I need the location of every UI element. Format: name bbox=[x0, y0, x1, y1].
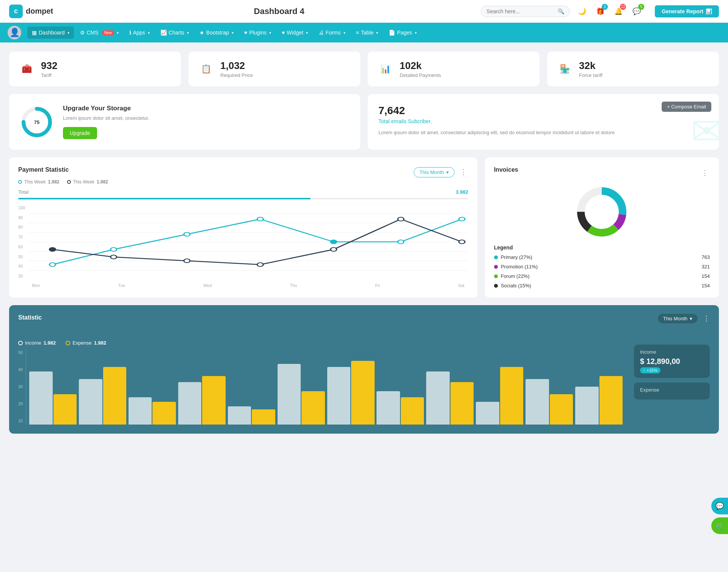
inv-legend-forum: Forum (22%) 154 bbox=[494, 273, 710, 279]
income-circle bbox=[18, 341, 23, 345]
this-month-label: This Month bbox=[419, 169, 444, 175]
bar-group bbox=[228, 406, 275, 425]
inv-legend: Primary (27%) 763 Promotion (11%) 321 Fo… bbox=[494, 254, 710, 288]
main-content: 🧰 932 Tariff 📋 1,032 Required Price 📊 10… bbox=[0, 42, 728, 443]
nav-item-charts[interactable]: 📈 Charts ▾ bbox=[156, 27, 193, 39]
stat-card-detailed-payments: 📊 102k Detailed Payments bbox=[368, 52, 540, 86]
total-label: Total bbox=[18, 189, 28, 195]
bar-chart-icon: 📊 bbox=[706, 8, 712, 14]
table-nav-label: Table bbox=[361, 30, 373, 36]
bar-group bbox=[526, 379, 573, 425]
income-badge-value: +15% bbox=[647, 368, 657, 373]
yellow-bar bbox=[301, 391, 325, 425]
detailed-payments-icon: 📊 bbox=[377, 61, 394, 77]
inv-legend-primary: Primary (27%) 763 bbox=[494, 254, 710, 260]
statistic-filter-chevron: ▾ bbox=[690, 316, 692, 321]
search-box[interactable]: 🔍 bbox=[481, 6, 570, 17]
topbar: c dompet Dashboard 4 🔍 🌙 🎁 2 🔔 12 💬 5 Ge… bbox=[0, 0, 728, 23]
legend-heading: Legend bbox=[494, 244, 710, 251]
bar-group bbox=[476, 367, 523, 425]
yellow-bar bbox=[599, 376, 623, 425]
expense-legend: Expense 1.982 bbox=[66, 340, 106, 346]
promotion-value: 321 bbox=[701, 264, 710, 270]
income-arrow-icon: ↑ bbox=[643, 368, 645, 373]
nav-item-dashboard[interactable]: ▦ Dashboard ▾ bbox=[27, 27, 74, 39]
search-input[interactable] bbox=[486, 8, 555, 14]
white-bar bbox=[228, 406, 251, 425]
income-amount: $ 12,890,00 bbox=[640, 357, 704, 366]
svg-point-18 bbox=[111, 255, 117, 259]
nav-item-forms[interactable]: 🖨 Forms ▾ bbox=[314, 27, 350, 39]
widget-chevron: ▾ bbox=[306, 31, 308, 35]
yellow-bar bbox=[351, 361, 374, 425]
forms-chevron: ▾ bbox=[344, 31, 345, 35]
email-subscriber-count: 7,642 bbox=[378, 105, 708, 117]
email-bg-icon: ✉ bbox=[691, 109, 719, 150]
bar-group bbox=[79, 367, 126, 425]
logo[interactable]: c dompet bbox=[9, 5, 77, 18]
bar-group bbox=[129, 397, 176, 425]
svg-point-17 bbox=[50, 248, 56, 251]
bell-icon[interactable]: 🔔 12 bbox=[612, 5, 624, 17]
legend1-value: 1.982 bbox=[48, 179, 59, 185]
forum-dot bbox=[494, 274, 498, 278]
yellow-bar bbox=[550, 394, 573, 425]
statistic-month-filter-button[interactable]: This Month ▾ bbox=[658, 314, 698, 323]
bootstrap-chevron: ▾ bbox=[232, 31, 234, 35]
white-bar bbox=[79, 379, 102, 425]
bar-group bbox=[278, 364, 325, 425]
expense-legend-value: 1.982 bbox=[94, 340, 107, 346]
moon-icon[interactable]: 🌙 bbox=[576, 5, 588, 17]
nav-item-apps[interactable]: ℹ Apps ▾ bbox=[125, 27, 154, 39]
nav-item-cms[interactable]: ⚙ CMS New ▾ bbox=[75, 27, 123, 39]
storage-donut: 75 bbox=[20, 105, 54, 139]
income-detail-panel: Income $ 12,890,00 ↑ +15% Expense bbox=[634, 340, 710, 425]
legend-dot-teal bbox=[18, 180, 22, 184]
expense-legend-label: Expense bbox=[72, 340, 92, 346]
legend2-value: 1.982 bbox=[97, 179, 108, 185]
expense-detail-label: Expense bbox=[640, 387, 704, 393]
statistic-month-label: This Month bbox=[663, 316, 687, 321]
invoices-more-options[interactable]: ⋮ bbox=[700, 167, 710, 179]
svg-point-12 bbox=[184, 232, 190, 236]
generate-report-button[interactable]: Generate Report 📊 bbox=[655, 5, 719, 17]
statistic-title: Statistic bbox=[18, 314, 710, 321]
nav-item-plugins[interactable]: ♥ Plugins ▾ bbox=[240, 27, 276, 39]
income-detail-label: Income bbox=[640, 349, 704, 355]
cms-badge: New bbox=[102, 30, 114, 35]
legend-items: This Week 1.982 This Week 1.982 bbox=[18, 179, 108, 185]
inv-legend-promotion: Promotion (11%) 321 bbox=[494, 264, 710, 270]
income-legend-label: Income bbox=[25, 340, 41, 346]
statistic-income-row: Income 1.982 Expense 1.982 bbox=[18, 340, 623, 346]
detailed-payments-number: 102k bbox=[400, 60, 441, 72]
charts-row: Payment Statistic This Week 1.982 This W… bbox=[9, 157, 719, 298]
white-bar bbox=[526, 379, 549, 425]
nav-item-widget[interactable]: ♥ Widget ▾ bbox=[277, 27, 312, 39]
nav-item-table[interactable]: ≡ Table ▾ bbox=[351, 27, 383, 39]
filter-chevron-icon: ▾ bbox=[446, 169, 449, 175]
payment-statistic-card: Payment Statistic This Week 1.982 This W… bbox=[9, 157, 477, 298]
total-row: Total 3.982 bbox=[18, 189, 468, 195]
required-price-icon: 📋 bbox=[198, 61, 214, 77]
payment-title: Payment Statistic bbox=[18, 166, 108, 173]
email-card: + Compose Email 7,642 Total emails Subcr… bbox=[368, 94, 719, 150]
forum-label: Forum (22%) bbox=[501, 273, 530, 279]
nav-item-pages[interactable]: 📄 Pages ▾ bbox=[384, 27, 421, 39]
gift-icon[interactable]: 🎁 2 bbox=[594, 5, 606, 17]
upgrade-button[interactable]: Upgrade bbox=[63, 127, 97, 139]
statistic-more-options[interactable]: ⋮ bbox=[701, 313, 711, 324]
storage-desc: Lorem ipsum dolor sit amet, onsectetur. bbox=[63, 115, 149, 121]
payment-more-options[interactable]: ⋮ bbox=[458, 166, 468, 178]
x-axis: Mon Tue Wed Thu Fri Sat bbox=[28, 283, 468, 288]
chat-icon[interactable]: 💬 5 bbox=[631, 5, 643, 17]
svg-point-22 bbox=[398, 217, 404, 221]
svg-point-10 bbox=[50, 263, 56, 266]
bar-chart-area: Income 1.982 Expense 1.982 50 40 30 20 bbox=[18, 340, 623, 425]
search-icon[interactable]: 🔍 bbox=[558, 8, 564, 14]
charts-nav-label: Charts bbox=[169, 30, 184, 36]
logo-text: dompet bbox=[26, 7, 53, 16]
this-month-filter-button[interactable]: This Month ▾ bbox=[414, 167, 454, 177]
tariff-icon: 🧰 bbox=[18, 61, 35, 77]
nav-item-bootstrap[interactable]: ★ Bootstrap ▾ bbox=[195, 27, 238, 39]
income-legend: Income 1.982 bbox=[18, 340, 56, 346]
